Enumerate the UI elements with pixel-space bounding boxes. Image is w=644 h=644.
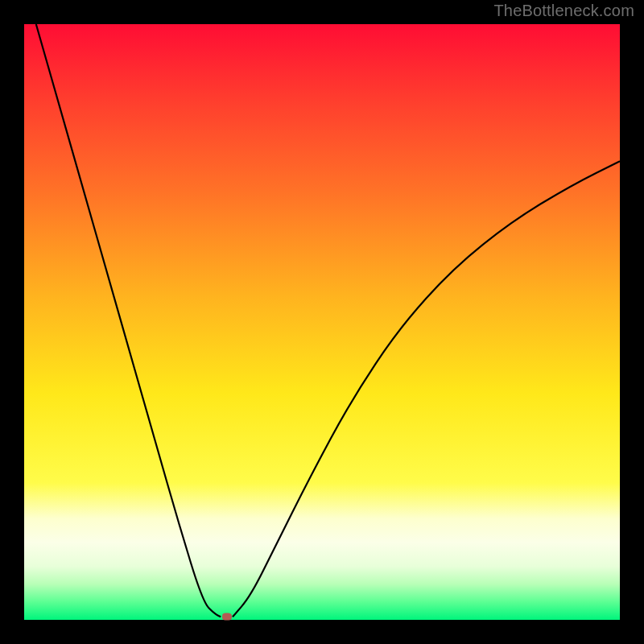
plot-area — [24, 24, 620, 620]
watermark-text: TheBottleneck.com — [493, 2, 634, 20]
bottleneck-curve-left — [36, 24, 221, 617]
minimum-marker — [222, 613, 232, 621]
bottleneck-curve-right — [233, 161, 620, 617]
curve-layer — [24, 24, 620, 620]
